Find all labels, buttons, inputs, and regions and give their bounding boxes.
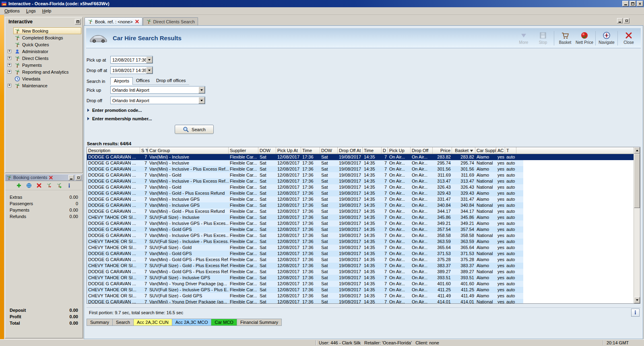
minimize-button[interactable] — [622, 1, 629, 6]
table-row[interactable]: DODGE G CARAVAN ...7Van(Mini) - Inclusiv… — [87, 233, 634, 239]
column-header-car-supplier[interactable]: Car Supplier — [475, 147, 496, 154]
promo-expander[interactable]: Enter promotion code... — [87, 108, 142, 113]
scrollbar-thumb[interactable] — [634, 154, 640, 208]
dropoff-at-field[interactable]: 19/08/2017 14:35 — [110, 66, 153, 74]
menu-logs[interactable]: Logs — [23, 8, 39, 14]
pane-minimize-button[interactable] — [68, 175, 74, 180]
column-header-t[interactable]: T — [505, 147, 516, 154]
column-header-s[interactable]: S — [140, 147, 148, 154]
expand-icon[interactable]: + — [8, 84, 11, 87]
column-header-pick-up[interactable]: Pick Up — [388, 147, 411, 154]
column-header-car-group[interactable]: Car Group — [148, 147, 229, 154]
delete-button[interactable] — [35, 182, 43, 189]
table-row[interactable]: CHEVY TAHOE OR SI...7SUV(Full Size) - In… — [87, 239, 634, 245]
pickup-combo[interactable]: Orlando Intl Airport — [110, 86, 205, 94]
table-row[interactable]: DODGE G CARAVAN ...7Van(Mini) - Gold GPS… — [87, 227, 634, 233]
info-button[interactable] — [66, 182, 73, 189]
table-row[interactable]: DODGE G CARAVAN ...7Van(Mini) - Inclusiv… — [87, 160, 634, 166]
sidebar-item-completed-bookings[interactable]: Completed Bookings — [6, 34, 83, 41]
column-header-price[interactable]: Price — [433, 147, 452, 154]
tab-book-ref-none[interactable]: Book. ref. : <none> — [85, 17, 142, 25]
pickup-dropdown-icon[interactable] — [198, 86, 205, 93]
sidebar-item-viewdata[interactable]: Viewdata — [6, 75, 83, 82]
column-header-dow-pickup[interactable]: DOW — [258, 147, 276, 154]
search-button[interactable]: Search — [175, 125, 214, 134]
add-button[interactable] — [15, 182, 23, 189]
dropoff-combo[interactable]: Orlando Intl Airport — [110, 97, 205, 104]
panel-collapse-button[interactable] — [75, 19, 81, 25]
column-header-basket[interactable]: Basket — [452, 147, 475, 154]
bottom-tab-acc-2a-3c-cun[interactable]: Acc 2A,3C CUN — [134, 319, 172, 326]
close-button[interactable]: Close — [619, 31, 638, 45]
table-row[interactable]: DODGE G CARAVAN ...7Van(Mini) - Gold - P… — [87, 190, 634, 196]
column-header-description[interactable]: Description — [87, 147, 140, 154]
sidebar-item-quick-quotes[interactable]: Quick Quotes — [6, 41, 83, 48]
bottom-tab-acc-2a-3c-mco[interactable]: Acc 2A,3C MCO — [172, 319, 212, 326]
expand-icon[interactable]: + — [8, 70, 11, 74]
scrollbar-track[interactable] — [634, 154, 640, 297]
vertical-scrollbar[interactable] — [634, 147, 640, 303]
table-row[interactable]: CHEVY TAHOE OR SI...7SUV(Full Size) - In… — [87, 287, 634, 293]
sidebar-item-new-booking[interactable]: New Booking — [6, 27, 83, 34]
pickup-at-dropdown-icon[interactable] — [146, 56, 153, 63]
sidebar-item-reporting-and-analytics[interactable]: +Reporting and Analytics — [6, 68, 83, 75]
column-header-ac[interactable]: AC — [496, 147, 505, 154]
table-row[interactable]: DODGE G CARAVAN ...7Van(Mini) - Inclusiv… — [87, 154, 634, 160]
maximize-button[interactable] — [630, 1, 636, 6]
table-row[interactable]: CHEVY TAHOE OR SI...7SUV(Full Size) - Go… — [87, 263, 634, 269]
table-row[interactable]: CHEVY TAHOE OR SI...7SUV(Full Size) - In… — [87, 275, 634, 281]
scroll-up-icon[interactable] — [634, 147, 640, 154]
table-row[interactable]: DODGE G CARAVAN ...7Van(Mini) - GoldFlex… — [87, 172, 634, 178]
table-row[interactable]: DODGE G CARAVAN ...7Van(Mini) - Inclusiv… — [87, 196, 634, 202]
column-header-d[interactable]: D — [382, 147, 388, 154]
table-row[interactable]: DODGE G CARAVAN ...7Van(Mini) - Inclusiv… — [87, 166, 634, 172]
column-header-pick-up-at[interactable]: Pick Up At — [276, 147, 301, 154]
tab-direct-clients-search[interactable]: Direct Clients Search — [143, 17, 198, 25]
table-row[interactable]: DODGE G CARAVAN ...7Van(Mini) - Gold GPS… — [87, 251, 634, 257]
dropoff-at-dropdown-icon[interactable] — [146, 67, 153, 74]
column-header-time-dropoff[interactable]: Time — [363, 147, 382, 154]
table-row[interactable]: DODGE G CARAVAN ...7Van(Mini) - Gold GPS… — [87, 257, 634, 263]
sidebar-item-administrator[interactable]: +Administrator — [6, 48, 83, 55]
sidebar-item-payments[interactable]: +Payments — [6, 62, 83, 68]
column-header-drop-off-at[interactable]: Drop Off At — [338, 147, 363, 154]
search-in-tab-airports[interactable]: Airports — [110, 77, 133, 85]
expand-icon[interactable]: + — [8, 49, 11, 53]
mdi-minimize-button[interactable] — [617, 18, 623, 23]
info-button[interactable] — [631, 309, 640, 317]
table-row[interactable]: CHEVY TAHOE OR SI...7SUV(Full Size) - Go… — [87, 245, 634, 251]
menu-options[interactable]: Options — [1, 8, 23, 14]
close-pane-icon[interactable] — [49, 175, 53, 180]
membership-expander[interactable]: Enter membership number... — [87, 116, 152, 121]
column-header-drop-off[interactable]: Drop Off — [411, 147, 433, 154]
table-row[interactable]: DODGE G CARAVAN ...7Van(Mini) - Young Dr… — [87, 299, 634, 303]
bottom-tab-search[interactable]: Search — [113, 319, 134, 326]
globe-button[interactable] — [25, 182, 33, 189]
sidebar-item-maintenance[interactable]: +Maintenance — [6, 82, 83, 89]
navigate-button[interactable]: Navigate — [597, 31, 616, 45]
nett-price-button[interactable]: Nett Price — [575, 31, 594, 45]
dropoff-dropdown-icon[interactable] — [198, 97, 205, 104]
table-row[interactable]: CHEVY TAHOE OR SI...7SUV(Full Size) - In… — [87, 214, 634, 220]
column-header-dow-dropoff[interactable]: DOW — [320, 147, 338, 154]
pane-restore-button[interactable] — [76, 175, 81, 180]
table-row[interactable]: DODGE G CARAVAN ...7Van(Mini) - Inclusiv… — [87, 220, 634, 227]
table-row[interactable]: DODGE G CARAVAN ...7Van(Mini) - Gold - P… — [87, 208, 634, 214]
pickup-at-field[interactable]: 12/08/2017 17:36 — [110, 56, 153, 64]
table-row[interactable]: DODGE G CARAVAN ...7Van(Mini) - Young Dr… — [87, 281, 634, 287]
mdi-restore-button[interactable] — [624, 18, 630, 23]
expand-icon[interactable]: + — [8, 63, 11, 67]
scroll-down-icon[interactable] — [634, 297, 640, 303]
search-in-tab-drop-off-offices[interactable]: Drop off offices — [153, 77, 189, 84]
palm-export-button[interactable] — [45, 182, 53, 189]
sidebar-item-direct-clients[interactable]: +Direct Clients — [6, 55, 83, 62]
table-row[interactable]: CHEVY TAHOE OR SI...7SUV(Full Size) - Go… — [87, 293, 634, 299]
expand-icon[interactable]: + — [8, 56, 11, 60]
search-in-tab-offices[interactable]: Offices — [133, 77, 153, 84]
table-row[interactable]: DODGE G CARAVAN ...7Van(Mini) - Inclusiv… — [87, 178, 634, 184]
close-button[interactable]: × — [637, 1, 643, 6]
column-header-time-pickup[interactable]: Time — [301, 147, 320, 154]
bottom-tab-summary[interactable]: Summary — [87, 319, 113, 326]
bottom-tab-car-mco[interactable]: Car MCO — [211, 319, 237, 326]
table-row[interactable]: DODGE G CARAVAN ...7Van(Mini) - GoldFlex… — [87, 184, 634, 190]
